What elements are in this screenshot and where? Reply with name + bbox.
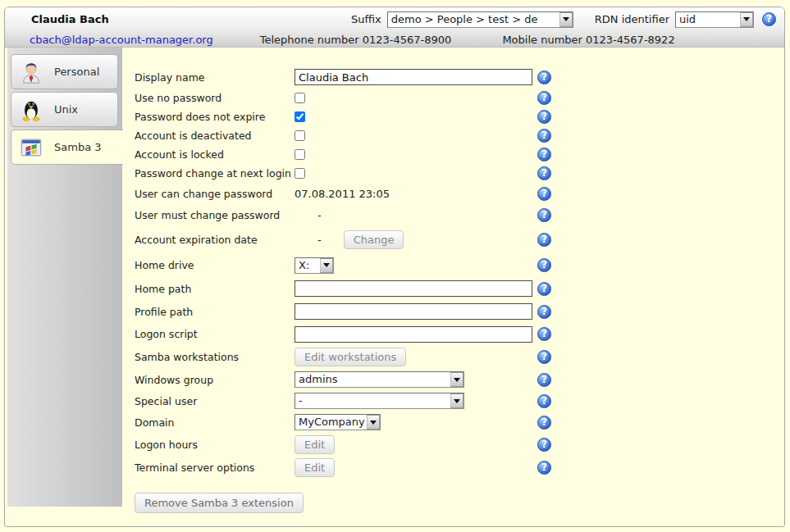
page-title: Claudia Bach [31,13,109,25]
content: Personal Unix [5,48,784,527]
field-label: Domain [135,416,295,429]
home-path-input[interactable] [295,280,532,297]
field-label: Windows group [135,374,295,386]
help-icon[interactable]: ? [537,350,551,364]
help-icon[interactable]: ? [537,166,551,180]
help-icon[interactable]: ? [537,129,551,143]
form-row-use-no-password: Use no password ? [135,89,709,107]
tab-unix[interactable]: Unix [11,92,118,127]
form-row-account-expiration: Account expiration date - Change ? [135,225,709,253]
home-drive-select[interactable]: X: [295,257,334,274]
form-row-display-name: Display name ? [135,66,709,89]
help-icon[interactable]: ? [537,110,551,124]
windows-group-select[interactable]: admins [295,371,464,388]
field-label: Account is deactivated [135,130,295,142]
form-row-special-user: Special user - ? [135,390,709,412]
field-label: Logon hours [135,439,295,451]
suffix-label: Suffix [351,13,381,25]
field-label: Password change at next login [135,167,295,180]
field-label: Samba workstations [135,351,295,363]
profile-path-input[interactable] [295,303,532,320]
help-icon[interactable]: ? [537,305,551,319]
chevron-down-icon [740,12,753,27]
form-row-account-deactivated: Account is deactivated ? [135,126,709,145]
help-icon[interactable]: ? [537,327,551,341]
rdn-identifier-label: RDN identifier [595,13,669,25]
field-label: Home path [135,283,295,295]
help-icon[interactable]: ? [762,12,776,26]
tux-penguin-icon [19,98,43,122]
chevron-down-icon [450,393,463,408]
samba3-form: Display name ? Use no password ? Passwor… [122,48,784,513]
form-row-home-path: Home path ? [135,277,709,300]
app-window: Claudia Bach Suffix demo > People > test… [4,7,785,527]
form-row-logon-hours: Logon hours Edit ? [135,433,709,456]
password-change-next-login-checkbox[interactable] [295,168,305,179]
help-icon[interactable]: ? [537,282,551,296]
help-icon[interactable]: ? [537,258,551,272]
field-label: Profile path [135,306,295,318]
windows-icon [19,135,43,160]
telephone-number: Telephone number 0123-4567-8900 [260,34,452,46]
chevron-down-icon [450,372,463,387]
rdn-identifier-select[interactable]: uid [675,11,754,28]
help-icon[interactable]: ? [537,438,551,452]
form-row-terminal-server: Terminal server options Edit ? [135,456,709,479]
header-contact-row: cbach@ldap-account-manager.org Telephone… [5,31,784,48]
field-label: Display name [135,71,295,84]
header-title-row: Claudia Bach Suffix demo > People > test… [5,7,784,31]
field-label: Account is locked [135,148,295,161]
help-icon[interactable]: ? [537,394,551,408]
header: Claudia Bach Suffix demo > People > test… [5,7,784,48]
tab-samba3[interactable]: Samba 3 [11,130,123,165]
must-change-value: - [295,209,322,221]
form-row-windows-group: Windows group admins ? [135,369,709,390]
password-does-not-expire-checkbox[interactable] [295,111,305,122]
use-no-password-checkbox[interactable] [295,93,305,103]
help-icon[interactable]: ? [537,461,551,475]
field-label: Password does not expire [135,111,295,123]
special-user-select[interactable]: - [295,393,464,409]
account-deactivated-checkbox[interactable] [295,130,305,141]
display-name-input[interactable] [295,69,532,85]
help-icon[interactable]: ? [537,416,551,430]
form-row-user-must-change-password: User must change password - ? [135,204,709,225]
tab-label: Unix [54,103,78,116]
form-row-logon-script: Logon script ? [135,323,709,345]
form-row-home-drive: Home drive X: ? [135,253,709,277]
domain-select[interactable]: MyCompany [295,414,381,430]
chevron-down-icon [320,258,333,273]
tab-personal[interactable]: Personal [11,54,118,89]
help-icon[interactable]: ? [537,70,551,84]
account-locked-checkbox[interactable] [295,149,305,160]
field-label: Logon script [135,328,295,340]
suffix-select[interactable]: demo > People > test > de [387,11,573,28]
tab-label: Samba 3 [54,141,102,153]
edit-terminal-server-button[interactable]: Edit [295,458,335,477]
help-icon[interactable]: ? [537,208,551,222]
tab-label: Personal [54,66,99,78]
edit-workstations-button[interactable]: Edit workstations [295,348,406,366]
header-controls: Suffix demo > People > test > de RDN ide… [351,11,776,28]
expiration-date-value: - [295,234,322,246]
mobile-number: Mobile number 0123-4567-8922 [502,34,674,46]
form-row-samba-workstations: Samba workstations Edit workstations ? [135,345,709,369]
help-icon[interactable]: ? [537,148,551,161]
logon-script-input[interactable] [295,326,532,343]
email-link[interactable]: cbach@ldap-account-manager.org [30,34,213,46]
help-icon[interactable]: ? [537,187,551,201]
remove-samba3-extension-button[interactable]: Remove Samba 3 extension [135,493,304,513]
change-expiration-button[interactable]: Change [344,230,404,249]
form-row-password-no-expire: Password does not expire ? [135,107,709,126]
form-row-profile-path: Profile path ? [135,300,709,323]
chevron-down-icon [559,12,573,27]
help-icon[interactable]: ? [537,373,551,387]
field-label: Use no password [135,92,295,104]
help-icon[interactable]: ? [537,91,551,105]
chevron-down-icon [367,415,380,430]
form-row-password-change-next-login: Password change at next login ? [135,164,709,183]
help-icon[interactable]: ? [537,233,551,247]
edit-logon-hours-button[interactable]: Edit [295,435,335,454]
field-label: User must change password [135,209,295,221]
person-icon [19,60,43,84]
